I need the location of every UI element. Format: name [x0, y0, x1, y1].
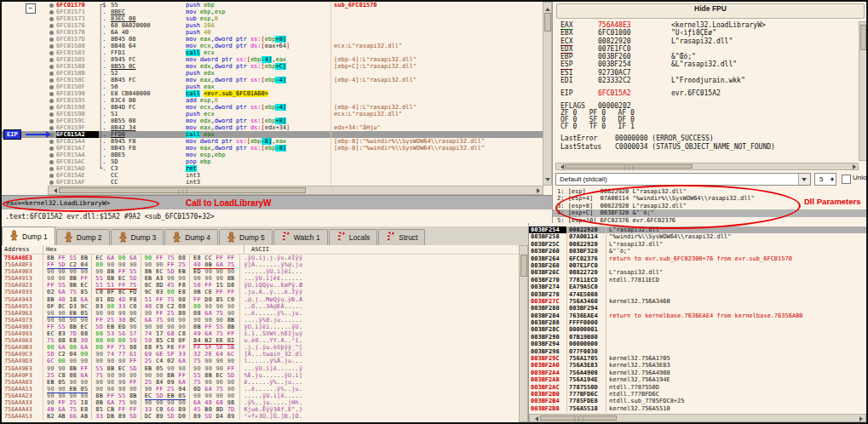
dump-row[interactable]: 756A496390 90 EB 0590 90 90 9090 FF 25 8…	[2, 310, 528, 317]
disassembly-panel[interactable]: 6FC01570┌$55push ebpsub_6FC015706FC01571…	[2, 2, 552, 186]
dump-row[interactable]: 756A4A03EB 05 90 9090 90 90 FF25 84 09 6…	[2, 379, 528, 386]
disasm-row[interactable]: 6FC01571│.8BECmov ebp,esp	[2, 9, 552, 15]
tab-dump-3[interactable]: Dump 3	[111, 229, 164, 245]
breakpoint-dot[interactable]	[2, 97, 56, 104]
dll-parameter-row[interactable]: 5: [esp+10] 6FC02376 evr.6FC02376	[553, 217, 868, 224]
stack-row[interactable]: 003BF278474E5088	[529, 291, 867, 298]
disasm-row[interactable]: 6FC01573│.83EC 08sub esp,8	[2, 15, 552, 22]
dump-row[interactable]: 756A49D36C 00 90 9090 90 90 FF25 C4 02 6…	[2, 358, 528, 364]
disasm-row[interactable]: 6FC01576│.68 0A020000push 20A	[2, 22, 552, 29]
breakpoint-dot[interactable]	[2, 104, 56, 111]
unlock-checkbox[interactable]	[842, 175, 851, 184]
breakpoint-dot[interactable]	[2, 172, 56, 179]
disasm-row[interactable]: 6FC0159F│.8B42 34mov eax,dword ptr ds:[e…	[2, 124, 552, 131]
stack-row[interactable]: 003BF2B0777BFD6Cntdll.777BFD6C	[529, 391, 867, 398]
tab-dump-1[interactable]: Dump 1	[2, 226, 55, 245]
breakpoint-dot[interactable]	[2, 22, 56, 29]
dump-panel[interactable]: Address Hex ASCII 756A48E38B FF 55 8BEC …	[2, 245, 528, 422]
stack-row[interactable]: 003BF2A4756A4908kernel32.756A4908	[529, 370, 867, 376]
disasm-row[interactable]: 6FC01590│.E8 CB040000call <evr.sub_6FC01…	[2, 90, 552, 97]
stack-row[interactable]: 003BF2847636EAE4return to kernelbase.763…	[529, 312, 867, 319]
dump-row[interactable]: 756A4A3390 FF 25 180B 6A 75 9090 90 90 9…	[2, 399, 528, 406]
disasm-row[interactable]: 6FC01583│.FFD1call ecx	[2, 49, 552, 56]
breakpoint-dot[interactable]	[2, 70, 56, 77]
scroll-left-icon[interactable]	[532, 416, 538, 421]
disasm-row[interactable]: 6FC0159C│.8B55 08mov edx,dword ptr ss:[e…	[2, 117, 552, 124]
register-row[interactable]: EBX6FC01000"U‹ìƒì8ÇEø"	[553, 29, 858, 37]
disasm-hscrollbar[interactable]: |||	[48, 186, 543, 195]
register-row[interactable]: ESP003BF254&L"rasapi32.dll"	[553, 60, 858, 68]
disasm-row[interactable]: 6FC01580│.8B48 64mov ecx,dword ptr ds:[e…	[2, 43, 552, 49]
scroll-left-icon[interactable]	[558, 164, 564, 169]
stack-row[interactable]: 003BF2646FC02376return to evr.sub_6FC023…	[529, 255, 867, 262]
tab-dump-2[interactable]: Dump 2	[56, 229, 110, 245]
register-row[interactable]: EIP6FC015A2evr.6FC015A2	[553, 89, 858, 97]
dll-parameter-row[interactable]: 1: [esp] 00822920 L"rasapi32.dll"	[553, 188, 868, 195]
stack-row[interactable]: 003BF268007E1FC0	[529, 262, 867, 269]
disasm-row[interactable]: 6FC0157B│.6A 40push 40	[2, 29, 552, 36]
scroll-thumb[interactable]: |||	[540, 415, 617, 421]
disasm-row[interactable]: 6FC01595│.83C4 08add esp,8	[2, 97, 552, 104]
stack-row[interactable]: 003BF298077F0030	[529, 348, 867, 355]
dump-row[interactable]: 756A49A375 08 E8 3000 00 00 5959 85 C0 0…	[2, 337, 528, 344]
disasm-row[interactable]: 6FC0159B│.51push ecxecx:L"rasapi32.dll"	[2, 111, 552, 117]
dump-row[interactable]: 756A4993EC 83 7D 0800 53 56 5774 17 68 C…	[2, 330, 528, 337]
dump-row[interactable]: 756A49530F 8C D3 9C03 00 33 C040 C9 C2 0…	[2, 303, 528, 310]
stack-row[interactable]: 003BF260003BF320&"¨ó;"	[529, 248, 867, 255]
dump-row[interactable]: 756A493302 6A 75 85C0 0F 8C FD9C 03 00 E…	[2, 289, 528, 295]
disasm-row[interactable]: 6FC0158F│.50push eax	[2, 83, 552, 90]
dump-row[interactable]: 756A4A2390 90 90 908B FF 55 8BEC 5D EB 0…	[2, 392, 528, 399]
disasm-row[interactable]: 6FC0157D│.8B45 08mov eax,dword ptr ss:[e…	[2, 36, 552, 43]
dump-vscrollbar[interactable]	[519, 245, 528, 422]
breakpoint-dot[interactable]	[2, 29, 56, 36]
register-row[interactable]: EBP003BF260&"Œó;"	[553, 53, 858, 60]
breakpoint-dot[interactable]	[2, 63, 56, 70]
stack-row[interactable]: 003BF25C00822920L"rasapi32.dll"	[529, 241, 867, 248]
breakpoint-dot[interactable]	[2, 49, 56, 56]
disasm-row[interactable]: 6FC015AA│.8BE5mov esp,ebp	[2, 152, 552, 158]
breakpoint-dot[interactable]	[2, 83, 56, 90]
scroll-left-icon[interactable]	[51, 188, 57, 193]
stack-row[interactable]: 003BF27C756A3460kernel32.756A3460	[529, 298, 867, 305]
register-row[interactable]: EDX007E1FC0	[553, 45, 858, 53]
breakpoint-dot[interactable]	[2, 15, 56, 22]
disasm-vscrollbar[interactable]	[543, 2, 552, 186]
scroll-right-icon[interactable]	[537, 188, 543, 193]
disasm-row[interactable]: 6FC01570┌$55push ebpsub_6FC01570	[2, 2, 552, 9]
disasm-row[interactable]: 6FC015AE CCint3	[2, 172, 552, 179]
argument-count-stepper[interactable]: 5	[814, 173, 836, 186]
stack-row[interactable]: 003BF2A8756A194Ekernel32.756A194E	[529, 376, 867, 383]
scroll-thumb[interactable]	[520, 255, 527, 277]
breakpoint-dot[interactable]	[2, 36, 56, 43]
dump-row[interactable]: 756A48E38B FF 55 8BEC 6A 00 6A00 FF 75 0…	[2, 255, 528, 261]
breakpoint-dot[interactable]	[2, 111, 56, 117]
dump-row[interactable]: 756A4A434B 6A 75 E885 CB FF FF33 C0 66 8…	[2, 406, 528, 413]
dump-row[interactable]: 756A497390 90 90 90FF 25 30 0C6A 75 90 9…	[2, 317, 528, 324]
breakpoint-dot[interactable]	[2, 158, 56, 165]
stack-row[interactable]: 003BF26C00822720L"rasapi32.dll"	[529, 269, 867, 276]
tab-struct[interactable]: Struct	[378, 229, 425, 245]
breakpoint-dot[interactable]	[2, 90, 56, 97]
disasm-row[interactable]: 6FC015AC│.5Dpop ebp	[2, 158, 552, 165]
stack-row[interactable]: 003BF25807A00114"%windir%\\SysWOW64\\ras…	[529, 233, 867, 240]
stack-row[interactable]: 003BF274EA79A5C0	[529, 284, 867, 290]
dump-row[interactable]: 756A491390 90 8B FF55 8B EC 5DEB A3 90 9…	[2, 275, 528, 282]
stack-row[interactable]: 003BF29C756A1705kernel32.756A1705	[529, 355, 867, 362]
disasm-row[interactable]: 6FC015AF CCint3	[2, 179, 552, 186]
tab-locals[interactable]: Locals	[329, 229, 378, 245]
scroll-right-icon[interactable]	[853, 164, 859, 169]
scroll-down-icon[interactable]	[545, 178, 550, 184]
breakpoint-dot[interactable]	[2, 145, 56, 152]
disasm-row[interactable]: 6FC01588│.8B55 0Cmov edx,dword ptr ss:[e…	[2, 63, 552, 70]
register-row[interactable]: ESI92730AC7	[553, 69, 858, 77]
stack-row[interactable]: 003BF2B8756A5510kernel32.756A5510	[529, 405, 867, 412]
stack-row[interactable]: 003BF2AC7787550Dntdll.7787550D	[529, 384, 867, 391]
dump-row[interactable]: 756A4A53B2 AB 66 AB33 DB 89 5DDC 89 5D D…	[2, 413, 528, 420]
dump-row[interactable]: 756A4A1390 90 EB 0590 90 90 9090 FF 25 9…	[2, 386, 528, 392]
scroll-up-icon[interactable]	[545, 5, 550, 11]
scroll-right-icon[interactable]	[859, 416, 865, 421]
tab-dump-4[interactable]: Dump 4	[164, 229, 218, 245]
dll-parameter-row[interactable]: 4: [esp+C] 003BF320 &"¨ó;"	[553, 209, 868, 216]
disasm-row[interactable]: 6FC01585│.8945 FCmov dword ptr ss:[ebp-4…	[2, 56, 552, 63]
stack-row[interactable]: 003BF280003BF294	[529, 305, 867, 312]
